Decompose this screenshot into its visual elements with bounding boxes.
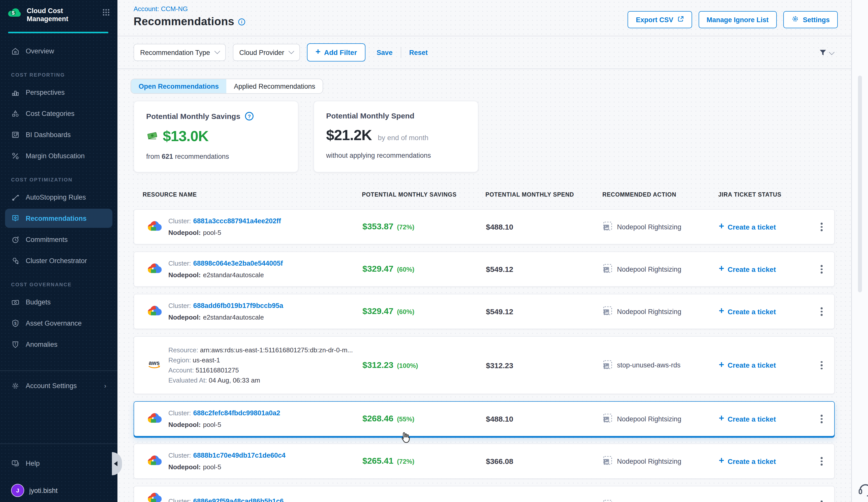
gcp-logo <box>147 412 165 426</box>
sidebar-item-anomalies[interactable]: ! Anomalies <box>0 337 117 352</box>
export-csv-button[interactable]: Export CSV <box>628 11 692 28</box>
svg-text:?: ? <box>248 114 250 119</box>
chevron-down-icon <box>214 48 220 54</box>
settings-button[interactable]: Settings <box>783 11 838 28</box>
cluster-id-link[interactable]: 688c2fefc84fbdc99801a0a2 <box>193 409 280 417</box>
table-row[interactable]: Cluster: 6881a3ccc887941a4ee202ff Nodepo… <box>134 209 835 244</box>
action-cell: Nodepool Rightsizing <box>603 264 681 275</box>
external-link-icon <box>677 15 684 24</box>
table-row-selected[interactable]: Cluster: 688c2fefc84fbdc99801a0a2 Nodepo… <box>134 401 835 437</box>
export-csv-label: Export CSV <box>636 16 673 23</box>
recommendations-icon <box>11 214 20 222</box>
create-ticket-link[interactable]: Create a ticket <box>719 222 776 232</box>
cluster-label: Cluster: <box>168 409 191 417</box>
page-scrollbar[interactable] <box>851 0 868 502</box>
table-row[interactable]: Cluster: 6886e92f59a48cad86b5b1c6 $244.0… <box>134 486 835 502</box>
shield-dollar-icon: $ <box>11 319 20 327</box>
sidebar-item-budgets[interactable]: Budgets <box>0 294 117 310</box>
resource-name-cell: Cluster: 6881a3ccc887941a4ee202ff Nodepo… <box>168 215 281 238</box>
kebab-menu-icon[interactable] <box>818 412 825 426</box>
sidebar-item-label: Cost Categories <box>26 109 75 117</box>
add-filter-button[interactable]: Add Filter <box>307 43 366 62</box>
resource-name-cell: Cluster: 688add6fb019b17f9bccb95a Nodepo… <box>168 300 283 323</box>
tab-open-recommendations[interactable]: Open Recommendations <box>131 79 226 93</box>
save-filter-link[interactable]: Save <box>376 49 392 56</box>
sidebar-item-margin-obfuscation[interactable]: Margin Obfuscation <box>0 148 117 163</box>
breadcrumb-account-link[interactable]: Account: CCM-NG <box>134 5 188 13</box>
sidebar-item-recommendations[interactable]: Recommendations <box>5 209 112 228</box>
action-label: Nodepool Rightsizing <box>617 457 681 465</box>
cluster-id-link[interactable]: 6888b1c70e49db17c1de60c4 <box>193 452 286 459</box>
sidebar-divider <box>0 443 117 444</box>
svg-text:i: i <box>241 20 242 24</box>
filter-panel-toggle[interactable] <box>819 49 834 59</box>
sidebar-item-overview[interactable]: Overview <box>0 43 117 59</box>
sidebar-item-perspectives[interactable]: Perspectives <box>0 85 117 100</box>
column-monthly-savings: POTENTIAL MONTHLY SAVINGS <box>362 191 457 198</box>
sidebar-item-cluster-orchestrator[interactable]: Cluster Orchestrator <box>0 253 117 268</box>
savings-value: $265.41 <box>362 456 393 466</box>
cluster-id-link[interactable]: 6881a3ccc887941a4ee202ff <box>193 217 281 225</box>
kebab-menu-icon[interactable] <box>818 262 825 276</box>
table-row[interactable]: Cluster: 6888b1c70e49db17c1de60c4 Nodepo… <box>134 443 835 479</box>
action-cell: stop-unused-aws-rds <box>603 359 681 371</box>
sidebar-item-bi-dashboards[interactable]: BI Dashboards <box>0 127 117 142</box>
sidebar-item-label: Cluster Orchestrator <box>26 257 87 264</box>
savings-subtext: from 621 recommendations <box>146 153 286 160</box>
recommendation-type-dropdown[interactable]: Recommendation Type <box>134 44 226 61</box>
nodepool-value: e2standar4autoscale <box>203 314 264 321</box>
create-ticket-link[interactable]: Create a ticket <box>719 457 776 466</box>
cloud-cost-logo-icon: $ <box>7 7 24 21</box>
app-grid-icon[interactable] <box>102 9 111 18</box>
account-value: 511616801275 <box>196 366 239 374</box>
sidebar-item-help[interactable]: ? Help <box>0 456 117 471</box>
savings-value: $353.87 <box>362 222 393 231</box>
kebab-menu-icon[interactable] <box>818 304 825 319</box>
create-ticket-link[interactable]: Create a ticket <box>719 307 776 316</box>
kebab-menu-icon[interactable] <box>818 498 825 502</box>
info-icon[interactable]: i <box>238 18 246 25</box>
create-ticket-link[interactable]: Create a ticket <box>719 360 776 370</box>
sidebar-divider <box>0 370 117 371</box>
sidebar-item-cost-categories[interactable]: Cost Categories <box>0 106 117 121</box>
create-ticket-link[interactable]: Create a ticket <box>719 414 776 423</box>
create-ticket-link[interactable]: Create a ticket <box>719 264 776 274</box>
kebab-menu-icon[interactable] <box>818 358 825 373</box>
sidebar-item-asset-governance[interactable]: $ Asset Governance <box>0 315 117 331</box>
sidebar-item-account-settings[interactable]: Account Settings › <box>0 378 117 393</box>
percent-icon <box>11 151 20 160</box>
support-chat-icon[interactable] <box>857 481 868 498</box>
reset-filter-link[interactable]: Reset <box>409 49 428 56</box>
recommendations-table: Cluster: 6881a3ccc887941a4ee202ff Nodepo… <box>134 209 835 502</box>
manage-ignore-list-button[interactable]: Manage Ignore List <box>699 11 776 28</box>
create-ticket-link[interactable]: Create a ticket <box>719 501 776 502</box>
avatar: J <box>11 484 24 497</box>
help-label: Help <box>26 459 40 467</box>
table-row[interactable]: Cluster: 688add6fb019b17f9bccb95a Nodepo… <box>134 294 835 329</box>
scrollbar-thumb[interactable] <box>858 76 862 292</box>
money-icon <box>146 130 159 142</box>
savings-cell: $353.87(72%) <box>362 222 414 232</box>
spend-cell: $549.12 <box>486 307 513 316</box>
kebab-menu-icon[interactable] <box>818 220 825 234</box>
cluster-id-link[interactable]: 68898c064e3e2ba0e544005f <box>193 260 283 267</box>
table-row[interactable]: aws Resource: arn:aws:rds:us-east-1:5116… <box>134 336 835 394</box>
cluster-id-link[interactable]: 688add6fb019b17f9bccb95a <box>193 302 283 310</box>
kebab-menu-icon[interactable] <box>818 454 825 469</box>
nodepool-label: Nodepool: <box>168 463 201 471</box>
savings-value: $329.47 <box>362 306 393 316</box>
evaluated-at-label: Evaluated At: <box>168 376 207 384</box>
cluster-id-link[interactable]: 6886e92f59a48cad86b5b1c6 <box>193 498 284 502</box>
sidebar-item-autostopping-rules[interactable]: AutoStopping Rules <box>0 189 117 205</box>
table-row[interactable]: Cluster: 68898c064e3e2ba0e544005f Nodepo… <box>134 251 835 287</box>
sidebar-item-commitments[interactable]: Commitments <box>0 232 117 247</box>
user-menu[interactable]: J jyoti.bisht <box>0 483 117 498</box>
hexagons-icon <box>11 256 20 265</box>
cluster-label: Cluster: <box>168 217 191 225</box>
tab-applied-recommendations[interactable]: Applied Recommendations <box>226 79 323 93</box>
cloud-provider-dropdown[interactable]: Cloud Provider <box>232 44 300 61</box>
question-icon[interactable]: ? <box>244 112 254 121</box>
app-window: $ Cloud Cost Management O <box>0 0 868 502</box>
recommendations-tabs: Open Recommendations Applied Recommendat… <box>131 79 323 94</box>
card-title: Potential Monthly Savings <box>146 112 240 121</box>
